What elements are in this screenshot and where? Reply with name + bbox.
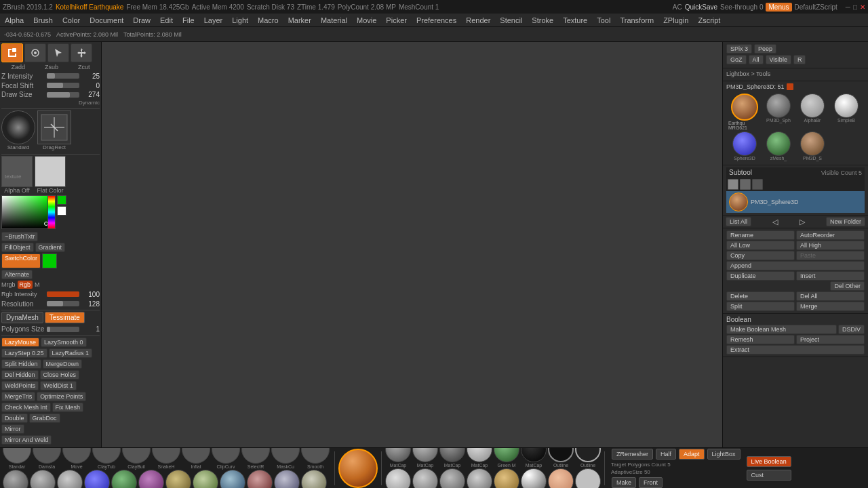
brush-move-btn[interactable] <box>62 447 91 464</box>
brush-claybuild-btn[interactable] <box>122 447 151 464</box>
goz-btn[interactable]: GoZ <box>726 55 747 64</box>
merge-down-btn[interactable]: MergeDown <box>43 359 83 369</box>
zcut-label[interactable]: Zcut <box>78 64 90 70</box>
draw-size-slider[interactable] <box>47 92 79 98</box>
menu-material[interactable]: Material <box>319 16 349 25</box>
copy-btn[interactable]: Copy <box>726 251 795 260</box>
menus-btn[interactable]: Menus <box>766 3 791 12</box>
cursor-tool-btn[interactable] <box>47 43 69 62</box>
mc-blinn-btn[interactable] <box>467 468 492 488</box>
close-holes-btn[interactable]: Close Holes <box>40 370 80 380</box>
lazy-step-btn[interactable]: LazyStep 0.25 <box>1 348 47 358</box>
mat-move2-btn[interactable] <box>57 470 83 488</box>
mc-basicmi2-btn[interactable] <box>412 468 438 488</box>
mc-greenm-btn[interactable] <box>494 447 519 462</box>
zsub-label[interactable]: Zsub <box>45 64 58 70</box>
menu-alpha[interactable]: Alpha <box>3 16 26 25</box>
mat-zmod-btn[interactable] <box>84 470 110 488</box>
menu-tool[interactable]: Tool <box>595 16 612 25</box>
split-hidden-btn[interactable]: Split Hidden <box>1 359 41 369</box>
live-boolean-btn[interactable]: Live Boolean <box>747 456 791 467</box>
mirror-weld-btn[interactable]: Mirror And Weld <box>1 435 52 445</box>
window-max[interactable]: □ <box>853 3 857 11</box>
mat-sphere-item[interactable]: Sphere3D <box>728 131 761 161</box>
fill-object-btn[interactable]: FillObject <box>1 243 34 252</box>
duplicate-btn[interactable]: Duplicate <box>726 271 795 281</box>
check-mesh-btn[interactable]: Check Mesh Int <box>1 403 51 412</box>
zremesher-btn[interactable]: ZRemesher <box>612 449 653 460</box>
see-through-btn[interactable]: See-through 0 <box>720 3 763 11</box>
mat-pm3d-item[interactable]: PM3D_Sph <box>762 94 795 130</box>
peep-btn[interactable]: Peep <box>754 44 776 54</box>
mat-imm-btn[interactable] <box>247 470 273 488</box>
switch-color-btn[interactable]: SwitchColor <box>1 253 41 268</box>
insert-btn[interactable]: Insert <box>796 271 865 281</box>
color-swatch-white[interactable] <box>57 206 66 216</box>
active-brush-preview[interactable] <box>338 449 378 488</box>
lazy-smooth-btn[interactable]: LazySmooth 0 <box>41 338 87 347</box>
brush-standar-btn[interactable] <box>3 447 31 464</box>
front-btn[interactable]: Front <box>639 477 663 488</box>
menu-movie[interactable]: Movie <box>355 16 378 25</box>
mat-trimc-btn[interactable] <box>165 470 191 488</box>
menu-brush[interactable]: Brush <box>31 16 55 25</box>
visible-btn[interactable]: Visible <box>766 55 791 64</box>
list-all-btn[interactable]: List All <box>726 217 751 226</box>
adapt-btn[interactable]: Adapt <box>679 449 705 460</box>
mat-topol-btn[interactable] <box>138 470 164 488</box>
z-intensity-slider[interactable] <box>47 73 79 79</box>
rename-btn[interactable]: Rename <box>726 230 795 240</box>
edit-tool-btn[interactable] <box>1 43 23 62</box>
del-all-btn[interactable]: Del All <box>796 291 865 301</box>
merge-tris-btn[interactable]: MergeTris <box>1 392 35 401</box>
menu-stencil[interactable]: Stencil <box>498 16 524 25</box>
menu-zscript[interactable]: Zscript <box>696 16 722 25</box>
mc-matcap4-btn[interactable] <box>467 447 492 462</box>
brush-inflat-btn[interactable] <box>182 447 210 464</box>
mc-outline2-btn[interactable] <box>575 447 601 462</box>
weld-dist-btn[interactable]: WeldDist 1 <box>40 381 76 390</box>
mat-pm3d2-item[interactable]: PM3D_S <box>796 131 829 161</box>
menu-stroke[interactable]: Stroke <box>530 16 555 25</box>
alpha-preview[interactable]: texture <box>1 156 33 187</box>
make-boolean-btn[interactable]: Make Boolean Mesh <box>726 325 837 334</box>
grab-doc-btn[interactable]: GrabDoc <box>29 413 60 423</box>
del-other-btn[interactable]: Del Other <box>830 281 865 291</box>
mc-reflecte-btn[interactable] <box>521 468 547 488</box>
menu-marker[interactable]: Marker <box>286 16 313 25</box>
subtool-eye-icon[interactable] <box>752 179 763 190</box>
lightbox-label[interactable]: Lightbox > Tools <box>726 70 770 77</box>
mc-skinsha-btn[interactable] <box>548 468 574 488</box>
tessimate-btn[interactable]: Tessimate <box>45 312 85 323</box>
mc-matcap1-btn[interactable] <box>385 447 411 462</box>
menu-color[interactable]: Color <box>60 16 82 25</box>
spix-btn[interactable]: SPix 3 <box>726 44 752 54</box>
polygons-size-slider[interactable] <box>47 327 79 332</box>
window-close[interactable]: ✕ <box>860 3 865 11</box>
menu-layer[interactable]: Layer <box>202 16 225 25</box>
append-btn[interactable]: Append <box>726 261 865 270</box>
subtool-vis-icon[interactable] <box>728 179 738 190</box>
mc-metalict-btn[interactable] <box>494 468 519 488</box>
rgb-intensity-slider[interactable] <box>47 291 79 297</box>
resolution-slider[interactable] <box>47 301 79 306</box>
flat-color-preview[interactable] <box>35 156 66 187</box>
menu-preferences[interactable]: Preferences <box>414 16 458 25</box>
mat-simple-item[interactable]: SimpleB <box>830 94 863 130</box>
mc-basicmi1-btn[interactable] <box>385 468 411 488</box>
mc-basicmi3-btn[interactable] <box>439 468 465 488</box>
split-btn[interactable]: Split <box>726 302 795 311</box>
brush-snakeh-btn[interactable] <box>152 447 180 464</box>
delete-btn[interactable]: Delete <box>726 291 795 301</box>
menu-texture[interactable]: Texture <box>561 16 589 25</box>
move-tool-btn[interactable] <box>71 43 92 62</box>
menu-document[interactable]: Document <box>87 16 125 25</box>
brush-maskcu-btn[interactable] <box>271 447 300 464</box>
color-swatch-green[interactable] <box>57 195 66 205</box>
menu-picker[interactable]: Picker <box>384 16 409 25</box>
dragrect-brush-preview[interactable] <box>37 110 71 144</box>
double-btn[interactable]: Double <box>1 413 28 423</box>
optimize-pts-btn[interactable]: Optimize Points <box>37 392 86 401</box>
mat-smooth2-btn[interactable] <box>274 470 300 488</box>
del-hidden-btn[interactable]: Del Hidden <box>1 370 39 380</box>
